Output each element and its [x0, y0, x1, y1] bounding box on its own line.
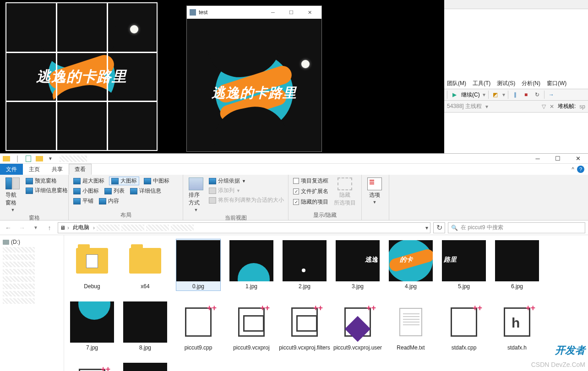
crumb-masked4 [171, 225, 194, 231]
file-label: Debug [84, 283, 100, 290]
watermark: 开发者 [555, 344, 585, 357]
hide-selected-button[interactable]: 隐藏 所选项目 [332, 177, 358, 210]
address-bar[interactable]: 🖥 › 此电脑 › ▾ [58, 222, 430, 233]
recent-dropdown[interactable]: ▼ [30, 222, 41, 233]
file-item[interactable]: 2.jpg [282, 239, 327, 291]
ribbon-tabs[interactable]: 文件 主页 共享 查看 ^ ? [0, 164, 588, 175]
crumb-masked [97, 225, 120, 231]
add-column-button[interactable]: 添加列 ▼ [208, 186, 285, 195]
pause-icon[interactable]: ∥ [511, 91, 519, 99]
file-item[interactable]: 6.jpg [495, 239, 539, 291]
window-title: test [199, 9, 207, 16]
menu-test[interactable]: 测试(S) [497, 80, 515, 87]
file-item[interactable]: 逃逸的卡路里 [123, 361, 168, 371]
vs-debug-toolbar[interactable]: ▶ 继续(C) ▾ ◩ ▾ ∥ ■ ↻ → [444, 89, 588, 101]
continue-label[interactable]: 继续(C) [461, 91, 480, 99]
forward-button[interactable]: → [16, 222, 27, 233]
xl-icons-button[interactable]: 超大图标 [72, 177, 105, 185]
restart-icon[interactable]: ↻ [533, 91, 541, 99]
l-icons-button[interactable]: 大图标 [109, 177, 139, 185]
tab-view[interactable]: 查看 [69, 164, 92, 175]
group-by-button[interactable]: 分组依据 ▼ [208, 177, 285, 185]
file-item[interactable]: piccut9.cpp [176, 300, 221, 352]
file-item[interactable]: 8.jpg [123, 300, 168, 352]
file-item[interactable]: piccut9.vcxproj.filters [282, 300, 327, 352]
file-label: stdafx.cpp [452, 344, 477, 351]
s-icons-button[interactable]: 小图标 [72, 187, 100, 195]
continue-icon[interactable]: ▶ [450, 91, 458, 99]
menu-analyze[interactable]: 分析(N) [522, 80, 540, 87]
nav-drive-label[interactable]: (D:) [11, 239, 20, 245]
up-button[interactable]: ↑ [44, 222, 55, 233]
nav-pane[interactable]: (D:) [0, 235, 64, 371]
menu-window[interactable]: 窗口(W) [547, 80, 566, 87]
file-item[interactable]: ReadMe.txt [388, 300, 433, 352]
preview-pane-button[interactable]: 预览窗格 [25, 177, 69, 185]
search-box[interactable]: 🔍 在 piccut9 中搜索 [448, 222, 585, 233]
file-ext-toggle[interactable]: ✓文件扩展名 [292, 187, 329, 196]
explorer-minimize-button[interactable]: ─ [528, 154, 548, 164]
m-icons-button[interactable]: 中图标 [143, 177, 170, 185]
shuffle-icon[interactable]: ✕ [550, 103, 554, 110]
folder-icon[interactable] [2, 155, 11, 163]
file-grid[interactable]: Debugx640.jpg1.jpg2.jpg逃逸3.jpg的卡4.jpg路里5… [64, 235, 588, 371]
vs-thread-row[interactable]: 54388] 主线程 ▾ ▽ ✕ 堆栈帧: sp [444, 101, 588, 113]
tab-share[interactable]: 共享 [46, 164, 69, 175]
explorer-maximize-button[interactable]: ☐ [548, 154, 568, 164]
filter-icon[interactable]: ▽ [542, 103, 546, 110]
menu-team[interactable]: 团队(M) [447, 80, 466, 87]
file-item[interactable]: 路里5.jpg [441, 239, 486, 291]
item-checkboxes-toggle[interactable]: 项目复选框 [292, 177, 329, 185]
stop-icon[interactable]: ■ [522, 91, 530, 99]
properties-icon[interactable] [24, 155, 33, 163]
stack-value: sp [579, 103, 585, 110]
back-button[interactable]: ← [3, 222, 14, 233]
ribbon-view: 导航窗格 ▼ 预览窗格 详细信息窗格 窗格 超大图标 大图标 中图标 [0, 175, 588, 220]
collapse-ribbon-icon[interactable]: ^ [572, 166, 574, 172]
file-item[interactable]: stdafx.cpp [441, 300, 486, 352]
maximize-button[interactable]: ☐ [282, 7, 300, 18]
file-label: stdafx.h [507, 344, 527, 351]
folder2-icon[interactable] [35, 155, 44, 163]
refresh-button[interactable]: ↻ [433, 222, 445, 233]
file-item[interactable]: htargetver [70, 361, 114, 371]
sort-by-button[interactable]: 排序方式 ▼ [187, 177, 205, 213]
tool-icon[interactable]: ◩ [491, 91, 500, 99]
file-item[interactable]: Debug [70, 239, 114, 291]
file-item[interactable]: piccut9.vcxproj [229, 300, 274, 352]
nav-pane-button[interactable]: 导航窗格 ▼ [4, 177, 22, 213]
tab-home[interactable]: 主页 [23, 164, 46, 175]
stack-label: 堆栈帧: [558, 102, 576, 110]
file-item[interactable]: 逃逸3.jpg [335, 239, 380, 291]
file-item[interactable]: 0.jpg [176, 239, 221, 291]
qat-sep: | [13, 155, 22, 163]
file-item[interactable]: 的卡4.jpg [388, 239, 433, 291]
crumb-thispc[interactable]: 此电脑 [71, 224, 91, 231]
vs-menu[interactable]: 团队(M) 工具(T) 测试(S) 分析(N) 窗口(W) [444, 78, 588, 89]
file-item[interactable]: 7.jpg [70, 300, 114, 352]
file-label: piccut9.vcxproj.user [333, 344, 382, 351]
file-item[interactable]: 1.jpg [229, 239, 274, 291]
content-button[interactable]: 内容 [98, 197, 120, 205]
file-item[interactable]: x64 [123, 239, 168, 291]
options-button[interactable]: 选项 ▼ [365, 177, 384, 212]
file-item[interactable]: piccut9.vcxproj.user [335, 300, 380, 352]
tab-file[interactable]: 文件 [0, 164, 23, 175]
fit-columns-button[interactable]: 将所有列调整为合适的大小 [208, 196, 285, 204]
test-titlebar[interactable]: test ─ ☐ ✕ [187, 6, 321, 19]
details-pane-button[interactable]: 详细信息窗格 [25, 186, 69, 195]
addr-dropdown-icon[interactable]: ▾ [425, 225, 428, 231]
list-button[interactable]: 列表 [103, 187, 125, 195]
close-button[interactable]: ✕ [300, 7, 319, 18]
details-button[interactable]: 详细信息 [129, 187, 162, 195]
help-icon[interactable]: ? [577, 166, 584, 173]
chevron-down-icon[interactable]: ▼ [46, 155, 55, 163]
tiles-button[interactable]: 平铺 [72, 197, 94, 205]
file-item[interactable]: hstdafx.h [495, 300, 539, 352]
minimize-button[interactable]: ─ [264, 7, 282, 18]
menu-tools[interactable]: 工具(T) [473, 80, 490, 87]
hidden-items-toggle[interactable]: ✓隐藏的项目 [292, 198, 329, 206]
explorer-titlebar[interactable]: | ▼ ─ ☐ ✕ [0, 154, 588, 164]
step-icon[interactable]: → [547, 91, 555, 99]
explorer-close-button[interactable]: ✕ [568, 154, 588, 164]
